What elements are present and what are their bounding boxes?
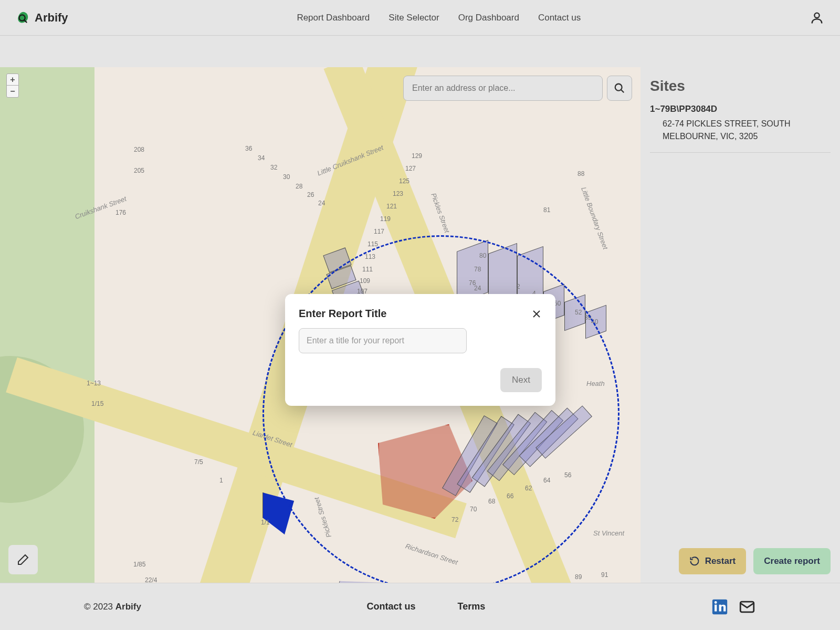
mail-icon[interactable] [738,598,756,616]
parcel-number: 1~13 [87,380,101,387]
nav-report-dashboard[interactable]: Report Dashboard [297,13,370,23]
parcel-number: 30 [283,173,290,181]
parcel-number: 125 [399,177,410,185]
parcel-number: 88 [578,170,584,177]
svg-rect-6 [715,604,717,611]
parcel-number: 2 [517,283,520,290]
social [711,598,756,616]
report-title-input[interactable] [299,328,467,353]
parcel-number: 24 [318,200,325,207]
close-button[interactable] [531,309,542,319]
nav-site-selector[interactable]: Site Selector [388,13,439,23]
restart-button[interactable]: Restart [679,548,747,574]
parcel-number: 32 [270,164,277,171]
parcel-number: 24 [474,285,481,292]
nav: Report Dashboard Site Selector Org Dashb… [68,13,810,23]
parcel-number: 66 [507,492,513,500]
parcel-number: 89 [575,573,582,581]
parcel-number: 129 [412,152,422,160]
site-address: 62-74 PICKLES STREET, SOUTH MELBOURNE, V… [650,118,831,153]
sidebar: Sites 1~79B\PP3084D 62-74 PICKLES STREET… [640,67,840,583]
parcel-number: 119 [380,215,391,223]
street-label: Pickles Street [312,496,333,538]
parcel-number: 1/15 [91,400,103,407]
street-label: Little Boundary Street [580,186,610,250]
parcel-number: 62 [525,485,532,492]
parcel-number: 121 [386,203,397,210]
restart-icon [689,556,700,566]
footer-contact-link[interactable]: Contact us [367,601,416,612]
restart-label: Restart [705,556,736,566]
parcel-number: 1/1 [261,519,270,526]
site-id[interactable]: 1~79B\PP3084D [650,104,831,114]
footer: © 2023 Arbify Contact us Terms [0,583,840,630]
parcel-number: 80 [479,252,486,259]
parcel-number: 176 [116,209,126,216]
search-icon [614,82,625,94]
copyright: © 2023 Arbify [84,602,141,612]
parcel-number: 36 [245,145,252,152]
parcel-number: 115 [368,240,378,248]
zoom-in-button[interactable]: + [7,74,18,86]
nav-contact-us[interactable]: Contact us [538,13,581,23]
modal-title: Enter Report Title [299,308,386,320]
parcel-number: 1/85 [133,561,145,568]
logo-text: Arbify [35,11,68,25]
sidebar-actions: Restart Create report [650,548,831,574]
parcel-number: 117 [374,228,384,235]
user-icon[interactable] [810,10,824,25]
search-container [403,76,632,101]
create-report-button[interactable]: Create report [753,548,831,574]
street-label: St Vincent [593,529,624,537]
svg-point-2 [814,13,819,17]
pencil-button[interactable] [8,545,38,574]
footer-nav: Contact us Terms [141,601,711,612]
parcel-number: 113 [365,253,375,260]
pencil-icon [17,553,29,566]
parcel-number: 40 [591,318,598,326]
next-button[interactable]: Next [500,368,542,392]
parcel-number: 39 [584,314,591,321]
modal-header: Enter Report Title [299,308,542,320]
svg-point-7 [715,601,717,604]
parcel-number: 111 [362,266,373,273]
parcel-number: 78 [474,266,481,273]
parcel-number: 123 [393,190,403,197]
parcel-number: 72 [452,516,458,523]
parcel[interactable] [330,561,416,583]
svg-point-3 [615,84,622,91]
parcel-number: 109 [360,277,370,285]
parcel-number: 208 [134,146,144,153]
header: Arbify Report Dashboard Site Selector Or… [0,0,840,36]
search-button[interactable] [607,76,632,101]
zoom-controls: + − [6,74,19,98]
parcel-number: 52 [575,309,582,316]
parcel-number: 127 [405,165,416,172]
search-input[interactable] [403,76,603,101]
parcel-number: 81 [543,206,550,214]
logo-icon [16,10,30,25]
parcel-number: 34 [258,154,265,162]
parcel-number: 70 [470,506,477,513]
parcel-number: 205 [134,167,144,174]
nav-org-dashboard[interactable]: Org Dashboard [458,13,519,23]
street-label: Heath [586,380,605,387]
parcel-number: 68 [488,498,495,505]
parcel-number: 22/4 [145,576,157,583]
linkedin-icon[interactable] [711,598,729,616]
parcel-number: 28 [296,183,302,190]
street-label: Richardson Street [404,542,459,566]
svg-line-4 [621,90,624,93]
parcel-number: 26 [307,191,314,198]
create-label: Create report [764,556,820,566]
logo[interactable]: Arbify [16,10,68,25]
parcel-number: 85 [556,582,563,583]
parcel-number: 56 [564,471,571,479]
footer-terms-link[interactable]: Terms [458,601,486,612]
sidebar-title: Sites [650,78,831,94]
parcel-number: 91 [601,571,608,579]
zoom-out-button[interactable]: − [7,86,18,97]
parcel-number: 7/5 [194,458,203,466]
report-title-modal: Enter Report Title Next [285,294,555,406]
modal-actions: Next [299,368,542,392]
